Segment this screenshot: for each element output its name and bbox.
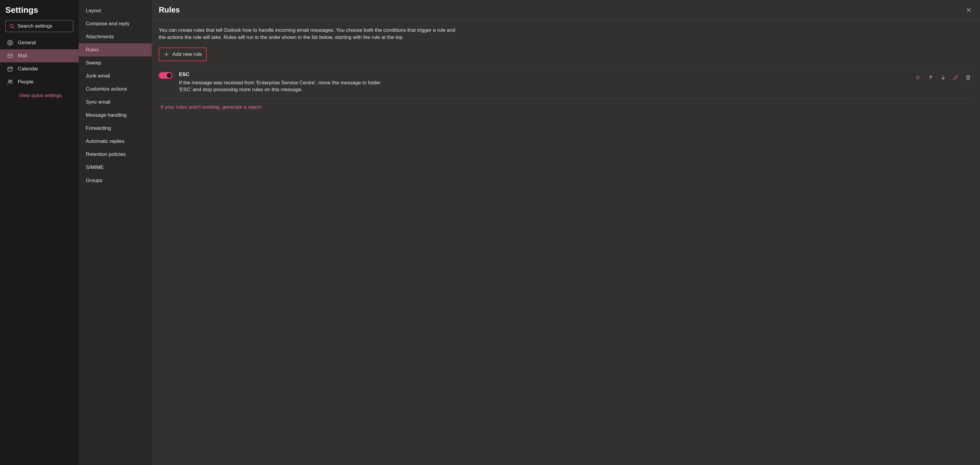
subnav-label: Compose and reply <box>86 21 129 27</box>
add-rule-label: Add new rule <box>172 51 202 57</box>
move-down-button[interactable] <box>940 75 946 80</box>
nav-item-label: Mail <box>18 53 27 59</box>
subnav-item-compose[interactable]: Compose and reply <box>79 17 152 30</box>
subnav-item-customize-actions[interactable]: Customize actions <box>79 83 152 96</box>
svg-rect-4 <box>8 67 13 71</box>
subnav-item-junk[interactable]: Junk email <box>79 70 152 83</box>
content-header: Rules <box>152 0 980 21</box>
rules-panel: Rules You can create rules that tell Out… <box>152 0 980 465</box>
subnav-label: Automatic replies <box>86 139 124 144</box>
subnav-label: Retention policies <box>86 151 126 158</box>
play-icon <box>916 75 921 80</box>
subnav-item-sweep[interactable]: Sweep <box>79 56 152 70</box>
rule-text: ESC If the message was received from 'En… <box>179 72 387 94</box>
subnav-item-layout[interactable]: Layout <box>79 4 152 17</box>
subnav-item-retention[interactable]: Retention policies <box>79 148 152 161</box>
settings-nav: Settings Search settings General Mail <box>0 0 79 465</box>
subnav-item-smime[interactable]: S/MIME <box>79 161 152 174</box>
subnav-label: Message handling <box>86 112 127 118</box>
arrow-up-icon <box>928 75 934 80</box>
subnav-label: S/MIME <box>86 164 103 170</box>
subnav-label: Groups <box>86 178 102 183</box>
nav-item-calendar[interactable]: Calendar <box>0 62 79 75</box>
svg-marker-14 <box>917 76 920 79</box>
people-icon <box>7 79 13 85</box>
svg-rect-3 <box>8 54 13 57</box>
nav-item-mail[interactable]: Mail <box>0 49 79 62</box>
add-new-rule-button[interactable]: Add new rule <box>159 48 207 61</box>
pencil-icon <box>953 75 958 80</box>
subnav-label: Customize actions <box>86 86 127 92</box>
run-rule-button[interactable] <box>915 75 921 80</box>
rule-name: ESC <box>179 72 387 78</box>
subnav-item-attachments[interactable]: Attachments <box>79 30 152 43</box>
generate-report-link[interactable]: If your rules aren't working, generate a… <box>159 104 262 110</box>
svg-point-2 <box>10 42 11 44</box>
view-quick-settings-link[interactable]: View quick settings <box>0 89 79 99</box>
calendar-icon <box>7 66 13 72</box>
move-up-button[interactable] <box>928 75 934 80</box>
content-body: You can create rules that tell Outlook h… <box>152 21 980 116</box>
search-input[interactable]: Search settings <box>5 20 73 32</box>
subnav-item-rules[interactable]: Rules <box>79 43 152 56</box>
svg-point-9 <box>11 80 12 81</box>
close-button[interactable] <box>964 6 973 14</box>
mail-icon <box>7 53 13 59</box>
rule-actions <box>915 72 973 80</box>
subnav-label: Sweep <box>86 60 101 66</box>
close-icon <box>966 8 971 13</box>
toggle-knob <box>167 73 172 78</box>
rules-intro: You can create rules that tell Outlook h… <box>159 27 456 41</box>
subnav-item-message-handling[interactable]: Message handling <box>79 109 152 122</box>
nav-item-people[interactable]: People <box>0 75 79 89</box>
nav-item-label: Calendar <box>18 66 38 72</box>
trash-icon <box>966 75 971 80</box>
subnav-item-automatic-replies[interactable]: Automatic replies <box>79 135 152 148</box>
search-icon <box>9 24 14 29</box>
settings-title: Settings <box>0 5 79 20</box>
subnav-item-sync[interactable]: Sync email <box>79 96 152 109</box>
subnav-item-forwarding[interactable]: Forwarding <box>79 122 152 135</box>
rule-row: ESC If the message was received from 'En… <box>159 70 973 99</box>
subnav-label: Rules <box>86 47 99 53</box>
subnav-item-groups[interactable]: Groups <box>79 174 152 187</box>
rule-description: If the message was received from 'Enterp… <box>179 79 387 94</box>
page-title: Rules <box>159 5 180 14</box>
subnav-label: Forwarding <box>86 125 111 131</box>
svg-line-1 <box>13 27 14 28</box>
nav-item-label: People <box>18 79 33 85</box>
arrow-down-icon <box>940 75 946 80</box>
svg-point-8 <box>8 80 10 82</box>
plus-icon <box>164 51 169 57</box>
subnav-label: Layout <box>86 8 101 14</box>
mail-subnav: Layout Compose and reply Attachments Rul… <box>79 0 152 465</box>
subnav-label: Attachments <box>86 34 114 40</box>
delete-rule-button[interactable] <box>965 75 971 80</box>
nav-item-label: General <box>18 40 36 46</box>
rule-toggle[interactable] <box>159 72 172 79</box>
edit-rule-button[interactable] <box>953 75 959 80</box>
subnav-label: Junk email <box>86 73 110 79</box>
search-placeholder: Search settings <box>18 23 52 29</box>
subnav-label: Sync email <box>86 99 110 105</box>
gear-icon <box>7 40 13 46</box>
svg-point-0 <box>10 24 13 28</box>
nav-item-general[interactable]: General <box>0 36 79 49</box>
